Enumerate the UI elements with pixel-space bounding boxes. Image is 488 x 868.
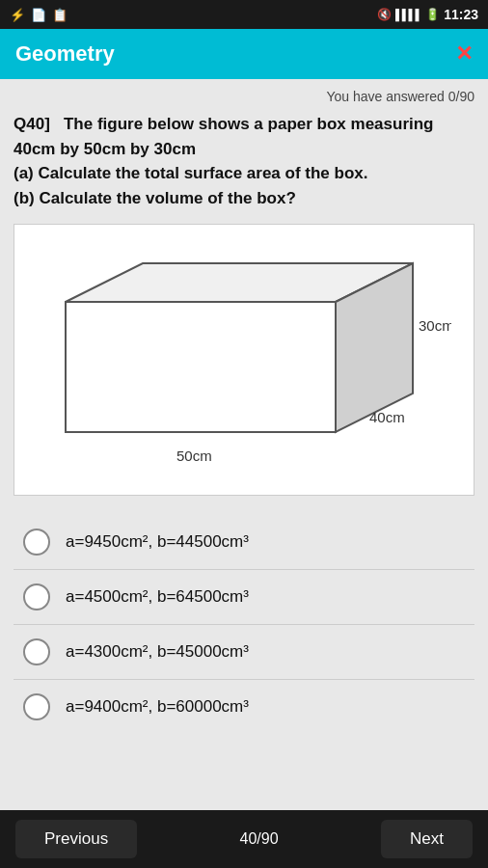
question-text: Q40] The figure below shows a paper box … (14, 112, 474, 210)
option-item[interactable]: a=4300cm², b=45000cm³ (14, 625, 474, 680)
radio-1[interactable] (23, 529, 50, 556)
file2-icon: 📋 (52, 8, 68, 22)
option-item[interactable]: a=9450cm², b=44500cm³ (14, 515, 474, 570)
option-label-2: a=4500cm², b=64500cm³ (66, 587, 249, 607)
battery-icon: 🔋 (425, 8, 440, 21)
svg-marker-0 (66, 302, 336, 432)
main-content: You have answered 0/90 Q40] The figure b… (0, 79, 488, 810)
option-item[interactable]: a=4500cm², b=64500cm³ (14, 570, 474, 625)
depth-label: 30cm (419, 317, 451, 334)
question-part-b: (b) Calculate the volume of the box? (14, 189, 296, 207)
option-item[interactable]: a=9400cm², b=60000cm³ (14, 680, 474, 734)
option-label-4: a=9400cm², b=60000cm³ (66, 697, 249, 717)
signal-icon: ▌▌▌▌ (395, 9, 421, 20)
options-list: a=9450cm², b=44500cm³ a=4500cm², b=64500… (14, 515, 474, 734)
status-icons-right: 🔇 ▌▌▌▌ 🔋 11:23 (377, 7, 478, 22)
title-bar: Geometry ✕ (0, 29, 488, 79)
page-indicator: 40/90 (240, 830, 279, 848)
page-title: Geometry (15, 41, 115, 67)
previous-button[interactable]: Previous (15, 820, 137, 858)
box-diagram: 30cm 40cm 50cm (37, 244, 451, 475)
status-bar: ⚡ 📄 📋 🔇 ▌▌▌▌ 🔋 11:23 (0, 0, 488, 29)
question-number: Q40] The figure below shows a paper box … (14, 115, 433, 158)
radio-2[interactable] (23, 583, 50, 610)
usb-icon: ⚡ (10, 8, 25, 22)
next-button[interactable]: Next (381, 820, 473, 858)
mute-icon: 🔇 (377, 8, 392, 21)
option-label-3: a=4300cm², b=45000cm³ (66, 642, 249, 662)
clock: 11:23 (444, 7, 478, 22)
length-label: 50cm (176, 448, 212, 464)
file-icon: 📄 (31, 8, 46, 22)
figure-container: 30cm 40cm 50cm (14, 224, 474, 496)
question-part-a: (a) Calculate the total surface area of … (14, 164, 367, 182)
status-icons-left: ⚡ 📄 📋 (10, 8, 68, 22)
radio-3[interactable] (23, 638, 50, 665)
radio-4[interactable] (23, 693, 50, 720)
progress-text: You have answered 0/90 (14, 89, 474, 104)
close-button[interactable]: ✕ (455, 41, 473, 67)
option-label-1: a=9450cm², b=44500cm³ (66, 532, 249, 552)
bottom-nav: Previous 40/90 Next (0, 810, 488, 868)
width-label: 40cm (369, 409, 405, 425)
